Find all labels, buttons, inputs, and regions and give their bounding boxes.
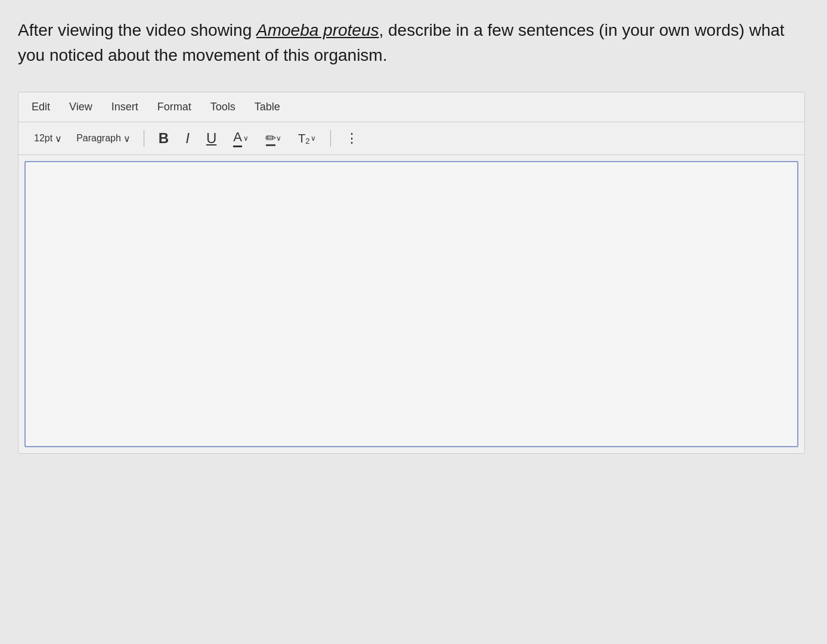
more-options-button[interactable]: ⋮ (340, 128, 364, 148)
menu-table[interactable]: Table (253, 98, 281, 116)
highlight-chevron: ∨ (276, 134, 281, 143)
italic-button[interactable]: I (181, 128, 194, 149)
toolbar: 12pt ∨ Paragraph ∨ B I U A ∨ ✏ ∨ T2 ∨ ⋮ (18, 122, 804, 155)
menu-edit[interactable]: Edit (30, 98, 51, 116)
paragraph-value: Paragraph (76, 133, 121, 144)
editor-container: Edit View Insert Format Tools Table 12pt… (18, 92, 805, 454)
question-italic: Amoeba proteus (256, 21, 379, 39)
font-color-label: A (233, 129, 242, 147)
superscript-button[interactable]: T2 ∨ (293, 129, 321, 148)
menu-view[interactable]: View (68, 98, 94, 116)
font-size-select[interactable]: 12pt ∨ (30, 131, 66, 147)
font-size-chevron: ∨ (55, 133, 62, 144)
paragraph-chevron: ∨ (123, 133, 131, 144)
toolbar-divider-2 (330, 130, 331, 147)
underline-button[interactable]: U (202, 128, 221, 149)
toolbar-divider-1 (144, 130, 144, 147)
highlight-button[interactable]: ✏ ∨ (261, 128, 286, 148)
superscript-label: T2 (298, 132, 309, 145)
menu-format[interactable]: Format (156, 98, 193, 116)
question-text-before: After viewing the video showing (18, 21, 256, 39)
font-size-value: 12pt (34, 133, 52, 144)
font-color-chevron: ∨ (243, 134, 249, 143)
bold-button[interactable]: B (154, 128, 174, 149)
font-color-button[interactable]: A ∨ (228, 127, 253, 150)
menu-insert[interactable]: Insert (110, 98, 140, 116)
highlight-icon: ✏ (265, 131, 276, 146)
superscript-chevron: ∨ (311, 134, 316, 143)
question-text: After viewing the video showing Amoeba p… (18, 18, 793, 68)
paragraph-select[interactable]: Paragraph ∨ (73, 131, 134, 147)
menu-bar: Edit View Insert Format Tools Table (18, 92, 804, 122)
text-editor-area[interactable] (24, 161, 798, 447)
menu-tools[interactable]: Tools (209, 98, 237, 116)
